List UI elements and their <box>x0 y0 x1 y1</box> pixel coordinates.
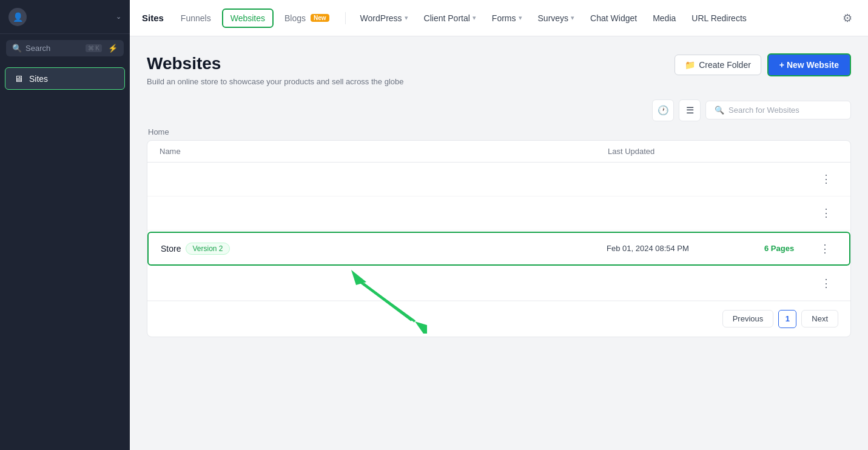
nav-websites[interactable]: Websites <box>222 8 274 28</box>
chevron-down-icon: ▾ <box>405 14 408 22</box>
list-icon: ☰ <box>686 105 694 116</box>
page-actions: 📁 Create Folder + New Website <box>675 53 851 76</box>
col-updated-header: Last Updated <box>608 147 765 156</box>
nav-chat-widget-label: Chat Widget <box>590 13 637 23</box>
page-number-button[interactable]: 1 <box>778 310 796 328</box>
nav-wordpress-label: WordPress <box>360 13 402 23</box>
breadcrumb: Home <box>147 127 851 136</box>
version-badge: Version 2 <box>186 243 229 255</box>
table-row: ⋮ <box>147 196 850 230</box>
nav-forms[interactable]: Forms ▾ <box>486 10 528 27</box>
nav-media-label: Media <box>653 13 676 23</box>
chevron-down-icon: ▾ <box>473 14 476 22</box>
list-view-button[interactable]: ☰ <box>679 99 701 121</box>
previous-button[interactable]: Previous <box>722 310 774 327</box>
row-context-menu-button[interactable]: ⋮ <box>821 172 832 186</box>
chevron-down-icon: ⌄ <box>116 13 121 21</box>
create-folder-button[interactable]: 📁 Create Folder <box>675 55 761 75</box>
nav-websites-label: Websites <box>230 13 265 23</box>
col-menu-header <box>814 147 838 156</box>
next-button[interactable]: Next <box>801 310 838 327</box>
main-content: Sites Funnels Websites Blogs New WordPre… <box>130 0 868 450</box>
page-title: Websites <box>147 53 403 74</box>
row-context-menu-button[interactable]: ⋮ <box>819 242 830 255</box>
table-row: ⋮ <box>147 267 850 301</box>
col-pages-header <box>765 147 814 156</box>
table-header-row: Name Last Updated <box>147 141 850 163</box>
search-placeholder: Search for Websites <box>728 106 799 115</box>
nav-blogs[interactable]: Blogs New <box>277 10 337 27</box>
search-shortcut: ⌘ K <box>86 44 102 52</box>
account-selector[interactable]: 👤 ⌄ <box>0 0 130 34</box>
nav-wordpress[interactable]: WordPress ▾ <box>354 10 414 27</box>
sites-icon: 🖥 <box>14 73 23 84</box>
top-navigation: Sites Funnels Websites Blogs New WordPre… <box>130 0 868 36</box>
nav-blogs-label: Blogs <box>284 13 306 23</box>
avatar: 👤 <box>8 8 27 26</box>
page-subtitle: Build an online store to showcase your p… <box>147 77 403 86</box>
page-title-block: Websites Build an online store to showca… <box>147 53 403 86</box>
row-updated: Feb 01, 2024 08:54 PM <box>607 244 764 253</box>
nav-forms-label: Forms <box>492 13 516 23</box>
search-label: Search <box>25 44 82 53</box>
page-body: Websites Build an online store to showca… <box>130 36 868 450</box>
settings-gear-icon[interactable]: ⚙ <box>839 8 856 29</box>
row-context-menu-button[interactable]: ⋮ <box>821 206 832 220</box>
websites-table: Name Last Updated ⋮ ⋮ <box>147 140 851 337</box>
table-toolbar: 🕐 ☰ 🔍 Search for Websites <box>147 99 851 121</box>
store-name: Store <box>161 244 181 254</box>
sidebar: 👤 ⌄ 🔍 Search ⌘ K ⚡ 🖥 Sites <box>0 0 130 450</box>
page-header: Websites Build an online store to showca… <box>147 53 851 86</box>
search-websites-input[interactable]: 🔍 Search for Websites <box>705 101 851 119</box>
chevron-down-icon: ▾ <box>571 14 574 22</box>
nav-url-redirects-label: URL Redirects <box>691 13 747 23</box>
chevron-down-icon: ▾ <box>519 14 522 22</box>
nav-chat-widget[interactable]: Chat Widget <box>584 10 643 27</box>
sidebar-nav: 🖥 Sites <box>0 62 130 450</box>
sidebar-item-label: Sites <box>29 74 48 84</box>
lightning-icon: ⚡ <box>108 44 118 53</box>
nav-surveys-label: Surveys <box>538 13 569 23</box>
search-bar[interactable]: 🔍 Search ⌘ K ⚡ <box>6 40 124 56</box>
row-pages: 6 Pages <box>764 244 813 253</box>
sites-title: Sites <box>142 13 164 23</box>
nav-funnels-label: Funnels <box>181 13 211 23</box>
blogs-new-badge: New <box>311 14 329 22</box>
new-website-button[interactable]: + New Website <box>767 53 851 76</box>
col-name-header: Name <box>160 147 608 156</box>
nav-divider <box>345 12 346 24</box>
nav-url-redirects[interactable]: URL Redirects <box>685 10 753 27</box>
nav-funnels[interactable]: Funnels <box>173 10 218 27</box>
clock-icon: 🕐 <box>658 105 669 116</box>
search-icon: 🔍 <box>715 106 724 115</box>
nav-client-portal-label: Client Portal <box>424 13 470 23</box>
nav-surveys[interactable]: Surveys ▾ <box>532 10 581 27</box>
table-row: ⋮ <box>147 163 850 196</box>
create-folder-label: Create Folder <box>699 60 751 70</box>
sidebar-item-sites[interactable]: 🖥 Sites <box>5 67 125 90</box>
nav-client-portal[interactable]: Client Portal ▾ <box>418 10 482 27</box>
nav-media[interactable]: Media <box>647 10 682 27</box>
search-icon: 🔍 <box>12 44 22 53</box>
row-context-menu-button[interactable]: ⋮ <box>821 277 832 290</box>
table-footer: Previous 1 Next <box>147 301 850 337</box>
table-row-store: Store Version 2 Feb 01, 2024 08:54 PM 6 … <box>147 232 850 266</box>
new-website-label: + New Website <box>779 60 839 70</box>
folder-icon: 📁 <box>685 60 695 70</box>
clock-view-button[interactable]: 🕐 <box>652 99 674 121</box>
row-name: Store Version 2 <box>161 243 607 255</box>
